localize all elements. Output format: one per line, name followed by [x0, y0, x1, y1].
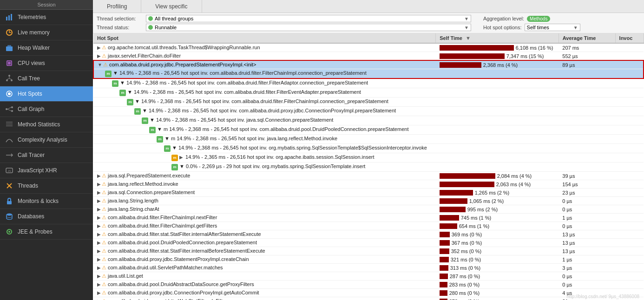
table-row[interactable]: ▶⚠java.lang.String.length1,065 ms (2 %)0… [93, 197, 644, 205]
thread-selection-dropdown[interactable]: All thread groups ▼ [146, 15, 471, 22]
expand-btn[interactable]: ▶ [97, 198, 101, 203]
cpu-icon [5, 59, 14, 68]
table-row[interactable]: m▼ m 14.9% - 2,368 ms - 26,545 hot spot … [93, 125, 644, 135]
expand-btn[interactable]: ▶ [97, 215, 101, 220]
expand-btn[interactable]: ▶ [97, 274, 101, 279]
sidebar-item-label: Method Statistics [18, 121, 60, 128]
sidebar-item-hot-spots[interactable]: Hot Spots [0, 86, 93, 102]
table-container[interactable]: Hot Spot Self Time ▼ Average Time Invoc … [93, 33, 644, 300]
tab-view-specific[interactable]: View specific [141, 0, 202, 13]
hotspot-name: ▼ m 14.9% - 2,368 ms - 26,545 hot spot i… [157, 126, 408, 132]
sidebar-item-label: Telemetries [18, 14, 46, 20]
table-row[interactable]: ▶⚠com.alibaba.druid.support.http.WebStat… [93, 297, 644, 300]
table-row[interactable]: ▼⚠com.alibaba.druid.proxy.jdbc.PreparedS… [93, 60, 644, 69]
table-row[interactable]: ▶⚠com.alibaba.druid.filter.stat.StatFilt… [93, 247, 644, 255]
sidebar-item-threads[interactable]: Threads [0, 178, 93, 194]
chevron-down-icon: ▼ [464, 16, 469, 21]
sidebar-item-method-stats[interactable]: Method Statistics [0, 117, 93, 132]
table-row[interactable]: m▼ 14.9% - 2,368 ms - 26,545 hot spot in… [93, 107, 644, 116]
memory-icon [5, 28, 14, 37]
table-row[interactable]: ▶⚠java.sql.Connection.prepareStatement1,… [93, 189, 644, 197]
expand-btn[interactable]: ▶ [97, 53, 101, 59]
sidebar-item-live-memory[interactable]: Live memory [0, 25, 93, 40]
thread-status-label: Thread status: [97, 25, 143, 30]
expand-btn[interactable]: ▶ [97, 182, 101, 187]
col-avgtime[interactable]: Average Time [559, 33, 615, 43]
expand-btn[interactable]: ▶ [97, 290, 101, 295]
sidebar-item-jee-probes[interactable]: JEE & Probes [0, 224, 93, 240]
table-row[interactable]: ▶⚠com.alibaba.druid.filter.stat.StatFilt… [93, 230, 644, 239]
sidebar-item-monitors[interactable]: Monitors & locks [0, 194, 93, 209]
expand-btn[interactable]: ▶ [97, 173, 101, 178]
sidebar-item-label: Call Tree [18, 75, 40, 82]
expand-btn[interactable]: ▶ [97, 45, 101, 50]
expand-btn[interactable]: ▶ [97, 223, 101, 228]
expand-btn[interactable]: ▶ [97, 257, 101, 262]
hotspot-options-value[interactable]: Self times ▼ [525, 24, 580, 31]
hotspot-name: ▼ 14.9% - 2,368 ms - 26,545 hot spot inv… [150, 117, 333, 123]
table-row[interactable]: ▶⚠org.apache.tomcat.util.threads.TaskThr… [93, 43, 644, 52]
hotspot-name: 14.9% - 2,365 ms - 26,516 hot spot inv. … [184, 154, 374, 160]
sidebar-item-call-tracer[interactable]: Call Tracer [0, 148, 93, 163]
table-row[interactable]: m▶ 14.9% - 2,365 ms - 26,516 hot spot in… [93, 153, 644, 163]
table-row[interactable]: ▶⚠java.lang.String.charAt995 ms (2 %)0 µ… [93, 205, 644, 214]
sidebar: Session Telemetries Live memory Heap Wal… [0, 0, 93, 300]
expand-btn[interactable]: ▶ [179, 155, 183, 160]
method-icon: m [112, 80, 118, 87]
table-row[interactable]: m▼ m 14.9% - 2,368 ms - 26,545 hot spot … [93, 135, 644, 144]
sidebar-item-complexity[interactable]: Complexity Analysis [0, 132, 93, 148]
expand-btn[interactable]: ▶ [97, 265, 101, 270]
sidebar-item-heap-walker[interactable]: Heap Walker [0, 40, 93, 56]
aggregation-label: Aggregation level: [483, 16, 524, 21]
col-hotspot[interactable]: Hot Spot [93, 33, 436, 43]
thread-status-value: Runnable [155, 25, 464, 30]
table-row[interactable]: ▶⚠com.alibaba.druid.pool.DruidAbstractDa… [93, 280, 644, 289]
sort-arrow: ▼ [466, 35, 471, 41]
table-row[interactable]: ▶⚠javax.servlet.FilterChain.doFilter7,34… [93, 52, 644, 61]
expand-btn[interactable]: ▶ [97, 232, 101, 237]
expand-btn[interactable]: ▶ [97, 282, 101, 287]
table-row[interactable]: m▼ 14.9% - 2,368 ms - 26,545 hot spot in… [93, 78, 644, 88]
sidebar-item-js-xhr[interactable]: JS JavaScript XHR [0, 163, 93, 178]
table-row[interactable]: m▼ 14.9% - 2,368 ms - 26,545 hot spot in… [93, 144, 644, 153]
table-row[interactable]: m▼ 0.0% - 2,269 µs - 29 hot spot inv. or… [93, 163, 644, 172]
thread-status-dropdown[interactable]: Runnable ▼ [146, 24, 471, 31]
warn-icon: ⚠ [102, 265, 106, 270]
table-row[interactable]: ▶⚠java.lang.reflect.Method.invoke2,063 m… [93, 180, 644, 189]
table-row[interactable]: ▶⚠java.util.List.get287 ms (0 %)0 µs [93, 272, 644, 280]
table-row[interactable]: m▼ 14.9% - 2,368 ms - 26,545 hot spot in… [93, 69, 644, 79]
controls-bar: Thread selection: All thread groups ▼ Ag… [93, 13, 644, 33]
table-row[interactable]: ▶⚠com.alibaba.druid.filter.FilterChainIm… [93, 214, 644, 222]
table-row[interactable]: ▶⚠com.alibaba.druid.proxy.jdbc.Connectio… [93, 289, 644, 297]
expand-btn[interactable]: ▼ [98, 62, 102, 67]
sidebar-item-telemetries[interactable]: Telemetries [0, 10, 93, 25]
hotspot-icon [5, 89, 14, 98]
graph-icon [5, 104, 14, 114]
sidebar-item-call-tree[interactable]: Call Tree [0, 71, 93, 86]
table-row[interactable]: ▶⚠com.alibaba.druid.filter.FilterChainIm… [93, 222, 644, 230]
expand-btn[interactable]: ▶ [97, 207, 101, 212]
col-selftime[interactable]: Self Time ▼ [436, 33, 559, 43]
table-row[interactable]: ▶⚠com.alibaba.druid.util.ServletPathMatc… [93, 264, 644, 272]
expand-btn[interactable]: ▶ [97, 190, 101, 195]
warn-icon: ⚠ [102, 53, 106, 59]
table-row[interactable]: ▶⚠com.alibaba.druid.pool.DruidPooledConn… [93, 239, 644, 247]
table-row[interactable]: ▶⚠com.alibaba.druid.proxy.jdbc.Statement… [93, 255, 644, 264]
tab-profiling[interactable]: Profiling [93, 0, 141, 13]
table-row[interactable]: m▼ 14.9% - 2,368 ms - 26,545 hot spot in… [93, 98, 644, 107]
expand-btn[interactable]: ▶ [97, 248, 101, 254]
sidebar-item-databases[interactable]: Databases [0, 209, 93, 224]
table-row[interactable]: ▶⚠java.sql.PreparedStatement.execute2,08… [93, 172, 644, 180]
expand-btn[interactable]: ▶ [97, 240, 101, 245]
sidebar-item-label: Call Graph [18, 106, 44, 112]
chevron-down-icon-2: ▼ [464, 25, 469, 30]
warn-icon: ⚠ [103, 62, 108, 67]
table-row[interactable]: m▼ 14.9% - 2,368 ms - 26,545 hot spot in… [93, 116, 644, 125]
sidebar-item-cpu-views[interactable]: CPU views [0, 56, 93, 71]
method-icon: m [142, 117, 148, 124]
table-header-row: Hot Spot Self Time ▼ Average Time Invoc [93, 33, 644, 43]
sidebar-item-label: Call Tracer [18, 152, 45, 158]
sidebar-item-call-graph[interactable]: Call Graph [0, 102, 93, 117]
table-row[interactable]: m▼ 14.9% - 2,368 ms - 26,545 hot spot in… [93, 88, 644, 98]
hotspot-value-text: Self times [527, 25, 549, 30]
